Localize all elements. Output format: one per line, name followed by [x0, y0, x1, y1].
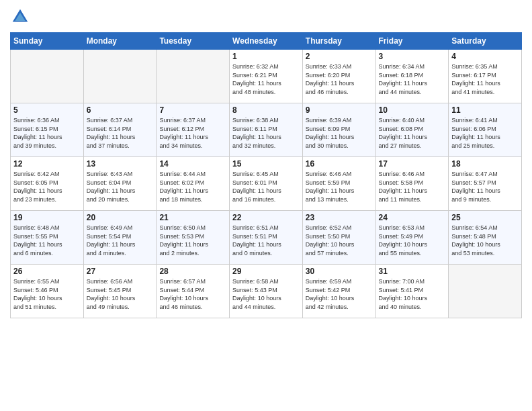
day-number: 17 [379, 159, 446, 169]
calendar-cell: 18Sunrise: 6:47 AM Sunset: 5:57 PM Dayli… [449, 157, 522, 211]
logo-icon [10, 7, 30, 27]
day-number: 10 [379, 105, 446, 115]
day-info: Sunrise: 6:58 AM Sunset: 5:43 PM Dayligh… [232, 277, 300, 311]
day-number: 1 [232, 52, 300, 61]
day-info: Sunrise: 6:53 AM Sunset: 5:49 PM Dayligh… [379, 224, 446, 257]
day-header-sunday: Sunday [11, 33, 84, 50]
day-number: 8 [232, 105, 300, 115]
day-number: 14 [159, 159, 226, 169]
day-number: 11 [451, 105, 519, 115]
day-info: Sunrise: 6:45 AM Sunset: 6:01 PM Dayligh… [232, 170, 300, 203]
calendar-cell: 12Sunrise: 6:42 AM Sunset: 6:05 PM Dayli… [11, 157, 84, 211]
day-number: 6 [87, 105, 154, 115]
calendar-cell [83, 50, 157, 103]
calendar-cell: 28Sunrise: 6:57 AM Sunset: 5:44 PM Dayli… [157, 265, 230, 318]
day-info: Sunrise: 6:49 AM Sunset: 5:54 PM Dayligh… [87, 224, 154, 257]
day-header-wednesday: Wednesday [230, 33, 303, 50]
day-header-tuesday: Tuesday [157, 33, 230, 50]
day-number: 28 [159, 267, 226, 276]
calendar-cell: 15Sunrise: 6:45 AM Sunset: 6:01 PM Dayli… [230, 157, 303, 211]
calendar-header-row: SundayMondayTuesdayWednesdayThursdayFrid… [11, 33, 522, 50]
day-number: 24 [379, 213, 446, 222]
calendar-cell: 9Sunrise: 6:39 AM Sunset: 6:09 PM Daylig… [302, 103, 375, 157]
day-info: Sunrise: 6:35 AM Sunset: 6:17 PM Dayligh… [451, 62, 519, 96]
day-info: Sunrise: 6:48 AM Sunset: 5:55 PM Dayligh… [13, 224, 81, 257]
day-number: 20 [87, 213, 154, 222]
calendar-cell: 16Sunrise: 6:46 AM Sunset: 5:59 PM Dayli… [302, 157, 375, 211]
calendar-cell: 19Sunrise: 6:48 AM Sunset: 5:55 PM Dayli… [11, 211, 84, 265]
day-info: Sunrise: 6:38 AM Sunset: 6:11 PM Dayligh… [232, 116, 300, 150]
day-number: 26 [13, 267, 81, 276]
calendar-cell: 22Sunrise: 6:51 AM Sunset: 5:51 PM Dayli… [230, 211, 303, 265]
week-row-1: 1Sunrise: 6:32 AM Sunset: 6:21 PM Daylig… [11, 50, 522, 103]
calendar-cell: 6Sunrise: 6:37 AM Sunset: 6:14 PM Daylig… [83, 103, 157, 157]
calendar-cell: 21Sunrise: 6:50 AM Sunset: 5:53 PM Dayli… [157, 211, 230, 265]
day-info: Sunrise: 6:57 AM Sunset: 5:44 PM Dayligh… [159, 277, 226, 311]
day-number: 3 [379, 52, 446, 61]
day-info: Sunrise: 6:54 AM Sunset: 5:48 PM Dayligh… [451, 224, 519, 257]
day-number: 5 [13, 105, 81, 115]
calendar-cell: 14Sunrise: 6:44 AM Sunset: 6:02 PM Dayli… [157, 157, 230, 211]
calendar-cell [449, 265, 522, 318]
day-info: Sunrise: 6:44 AM Sunset: 6:02 PM Dayligh… [159, 170, 226, 203]
calendar-cell: 26Sunrise: 6:55 AM Sunset: 5:46 PM Dayli… [11, 265, 84, 318]
day-info: Sunrise: 6:36 AM Sunset: 6:15 PM Dayligh… [13, 116, 81, 150]
day-info: Sunrise: 6:59 AM Sunset: 5:42 PM Dayligh… [306, 277, 373, 311]
week-row-4: 19Sunrise: 6:48 AM Sunset: 5:55 PM Dayli… [11, 211, 522, 265]
day-header-saturday: Saturday [449, 33, 522, 50]
calendar-cell: 2Sunrise: 6:33 AM Sunset: 6:20 PM Daylig… [302, 50, 375, 103]
day-number: 7 [159, 105, 226, 115]
day-number: 25 [451, 213, 519, 222]
day-info: Sunrise: 6:46 AM Sunset: 5:59 PM Dayligh… [306, 170, 373, 203]
day-info: Sunrise: 6:55 AM Sunset: 5:46 PM Dayligh… [13, 277, 81, 311]
day-info: Sunrise: 6:43 AM Sunset: 6:04 PM Dayligh… [87, 170, 154, 203]
calendar-cell: 5Sunrise: 6:36 AM Sunset: 6:15 PM Daylig… [11, 103, 84, 157]
calendar-cell: 30Sunrise: 6:59 AM Sunset: 5:42 PM Dayli… [302, 265, 375, 318]
day-number: 30 [306, 267, 373, 276]
day-info: Sunrise: 6:34 AM Sunset: 6:18 PM Dayligh… [379, 62, 446, 96]
calendar-cell [11, 50, 84, 103]
day-info: Sunrise: 6:51 AM Sunset: 5:51 PM Dayligh… [232, 224, 300, 257]
week-row-2: 5Sunrise: 6:36 AM Sunset: 6:15 PM Daylig… [11, 103, 522, 157]
day-number: 22 [232, 213, 300, 222]
calendar-cell: 29Sunrise: 6:58 AM Sunset: 5:43 PM Dayli… [230, 265, 303, 318]
calendar-cell: 27Sunrise: 6:56 AM Sunset: 5:45 PM Dayli… [83, 265, 157, 318]
calendar-cell: 3Sunrise: 6:34 AM Sunset: 6:18 PM Daylig… [375, 50, 449, 103]
logo [10, 7, 33, 27]
calendar-cell: 10Sunrise: 6:40 AM Sunset: 6:08 PM Dayli… [375, 103, 449, 157]
header [10, 7, 522, 27]
week-row-3: 12Sunrise: 6:42 AM Sunset: 6:05 PM Dayli… [11, 157, 522, 211]
day-info: Sunrise: 6:52 AM Sunset: 5:50 PM Dayligh… [306, 224, 373, 257]
week-row-5: 26Sunrise: 6:55 AM Sunset: 5:46 PM Dayli… [11, 265, 522, 318]
day-info: Sunrise: 6:50 AM Sunset: 5:53 PM Dayligh… [159, 224, 226, 257]
day-number: 18 [451, 159, 519, 169]
day-header-thursday: Thursday [302, 33, 375, 50]
day-info: Sunrise: 7:00 AM Sunset: 5:41 PM Dayligh… [379, 277, 446, 311]
day-number: 23 [306, 213, 373, 222]
day-header-monday: Monday [83, 33, 157, 50]
day-number: 15 [232, 159, 300, 169]
day-number: 19 [13, 213, 81, 222]
day-info: Sunrise: 6:37 AM Sunset: 6:12 PM Dayligh… [159, 116, 226, 150]
calendar-table: SundayMondayTuesdayWednesdayThursdayFrid… [10, 32, 522, 318]
calendar-cell: 20Sunrise: 6:49 AM Sunset: 5:54 PM Dayli… [83, 211, 157, 265]
day-info: Sunrise: 6:32 AM Sunset: 6:21 PM Dayligh… [232, 62, 300, 96]
calendar-cell: 25Sunrise: 6:54 AM Sunset: 5:48 PM Dayli… [449, 211, 522, 265]
day-info: Sunrise: 6:40 AM Sunset: 6:08 PM Dayligh… [379, 116, 446, 150]
calendar-cell: 4Sunrise: 6:35 AM Sunset: 6:17 PM Daylig… [449, 50, 522, 103]
day-info: Sunrise: 6:33 AM Sunset: 6:20 PM Dayligh… [306, 62, 373, 96]
calendar-cell: 8Sunrise: 6:38 AM Sunset: 6:11 PM Daylig… [230, 103, 303, 157]
calendar-cell: 23Sunrise: 6:52 AM Sunset: 5:50 PM Dayli… [302, 211, 375, 265]
day-number: 13 [87, 159, 154, 169]
day-info: Sunrise: 6:41 AM Sunset: 6:06 PM Dayligh… [451, 116, 519, 150]
day-number: 2 [306, 52, 373, 61]
day-number: 4 [451, 52, 519, 61]
day-info: Sunrise: 6:37 AM Sunset: 6:14 PM Dayligh… [87, 116, 154, 150]
calendar-cell: 24Sunrise: 6:53 AM Sunset: 5:49 PM Dayli… [375, 211, 449, 265]
calendar-cell: 1Sunrise: 6:32 AM Sunset: 6:21 PM Daylig… [230, 50, 303, 103]
day-header-friday: Friday [375, 33, 449, 50]
day-info: Sunrise: 6:42 AM Sunset: 6:05 PM Dayligh… [13, 170, 81, 203]
day-info: Sunrise: 6:56 AM Sunset: 5:45 PM Dayligh… [87, 277, 154, 311]
day-number: 21 [159, 213, 226, 222]
day-info: Sunrise: 6:46 AM Sunset: 5:58 PM Dayligh… [379, 170, 446, 203]
